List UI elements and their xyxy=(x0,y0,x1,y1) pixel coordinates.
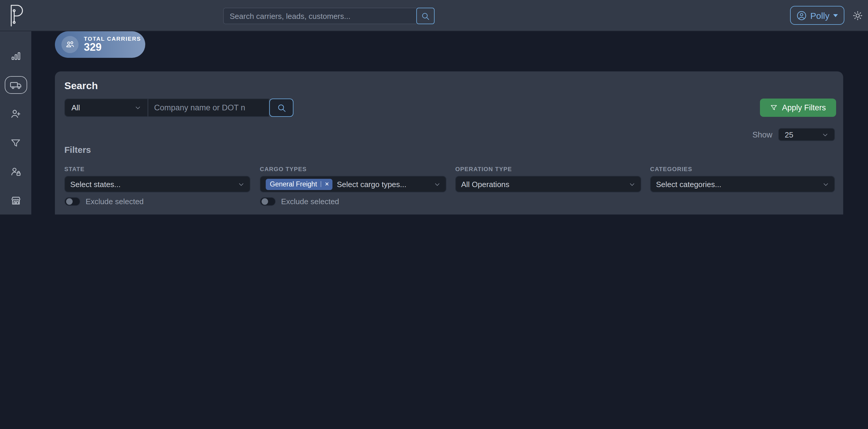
filter-operation-type: OPERATION TYPE All Operations xyxy=(455,166,641,192)
people-icon xyxy=(61,36,79,53)
funnel-icon xyxy=(10,137,21,148)
search-title: Search xyxy=(64,80,98,92)
categories-label: CATEGORIES xyxy=(650,166,835,172)
card-search-button[interactable] xyxy=(269,99,293,117)
chevron-down-icon xyxy=(629,181,636,187)
bar-chart-icon xyxy=(10,50,22,62)
sidebar-item-add-lead[interactable] xyxy=(4,105,27,123)
app-logo-icon xyxy=(9,4,25,27)
chevron-down-icon xyxy=(823,181,829,187)
cargo-chip: General Freight ✕ xyxy=(266,178,333,190)
total-carriers-label: TOTAL CARRIERS xyxy=(84,35,141,42)
sidebar-item-filters[interactable] xyxy=(4,134,27,152)
chevron-down-icon xyxy=(833,14,838,17)
cargo-placeholder: Select cargo types... xyxy=(337,180,407,189)
show-per-page-value: 25 xyxy=(785,130,793,139)
categories-select[interactable]: Select categories... xyxy=(650,176,835,192)
search-filters-card: Search All Apply Filters Show xyxy=(55,71,843,214)
cargo-exclude-toggle[interactable] xyxy=(260,197,276,206)
chevron-down-icon xyxy=(238,181,244,187)
show-label: Show xyxy=(752,130,772,139)
global-search-input[interactable] xyxy=(223,8,416,24)
chevron-down-icon xyxy=(434,181,440,187)
filters-title: Filters xyxy=(64,144,91,155)
state-select[interactable]: Select states... xyxy=(64,176,250,192)
filter-cargo-types: CARGO TYPES General Freight ✕ Select car… xyxy=(260,166,446,206)
chevron-down-icon xyxy=(822,131,829,138)
top-bar: Polly xyxy=(0,0,868,31)
carrier-search-group: All xyxy=(64,99,293,117)
search-scope-select[interactable]: All xyxy=(64,99,148,117)
total-carriers-value: 329 xyxy=(84,42,141,54)
sun-icon xyxy=(852,11,863,21)
company-search-input[interactable] xyxy=(148,99,269,117)
user-name: Polly xyxy=(810,10,829,20)
sidebar-item-user-permissions[interactable] xyxy=(4,163,27,180)
search-icon xyxy=(277,103,286,112)
show-per-page-select[interactable]: 25 xyxy=(778,128,835,141)
sidebar-item-analytics[interactable] xyxy=(4,47,27,65)
theme-toggle-button[interactable] xyxy=(852,11,863,21)
operation-type-label: OPERATION TYPE xyxy=(455,166,641,172)
cargo-chip-label: General Freight xyxy=(270,180,317,188)
apply-filters-label: Apply Filters xyxy=(782,103,826,112)
state-placeholder: Select states... xyxy=(70,180,121,189)
operation-type-value: All Operations xyxy=(461,180,509,189)
state-label: STATE xyxy=(64,166,250,172)
truck-icon xyxy=(9,79,22,91)
user-plus-icon xyxy=(10,108,22,120)
sidebar-item-marketplace[interactable] xyxy=(4,192,27,209)
storefront-icon xyxy=(10,195,22,206)
show-per-page: Show 25 xyxy=(752,128,835,141)
cargo-exclude-row: Exclude selected xyxy=(260,197,446,206)
sidebar-nav xyxy=(0,31,31,214)
total-carriers-badge: TOTAL CARRIERS 329 xyxy=(55,31,145,58)
state-exclude-toggle[interactable] xyxy=(64,197,80,206)
chevron-down-icon xyxy=(135,104,141,111)
state-exclude-row: Exclude selected xyxy=(64,197,250,206)
search-icon xyxy=(421,11,430,20)
funnel-icon xyxy=(770,104,778,111)
exclude-selected-label: Exclude selected xyxy=(281,197,339,206)
sidebar-item-carriers[interactable] xyxy=(4,76,27,94)
user-lock-icon xyxy=(10,166,22,177)
app-root: Polly xyxy=(0,0,868,214)
cargo-types-select[interactable]: General Freight ✕ Select cargo types... xyxy=(260,176,446,192)
filter-categories: CATEGORIES Select categories... xyxy=(650,166,835,192)
operation-type-select[interactable]: All Operations xyxy=(455,176,641,192)
page: Polly xyxy=(0,0,868,214)
user-menu-button[interactable]: Polly xyxy=(790,6,844,25)
user-avatar-icon xyxy=(797,10,807,20)
global-search-button[interactable] xyxy=(416,8,435,24)
apply-filters-button[interactable]: Apply Filters xyxy=(760,99,836,117)
search-scope-value: All xyxy=(71,103,80,112)
exclude-selected-label: Exclude selected xyxy=(86,197,144,206)
cargo-types-label: CARGO TYPES xyxy=(260,166,446,172)
chip-remove-icon[interactable]: ✕ xyxy=(321,181,333,187)
total-carriers-text: TOTAL CARRIERS 329 xyxy=(84,35,141,54)
global-search xyxy=(223,8,435,24)
filter-state: STATE Select states... Exclude selected xyxy=(64,166,250,206)
categories-placeholder: Select categories... xyxy=(656,180,721,189)
